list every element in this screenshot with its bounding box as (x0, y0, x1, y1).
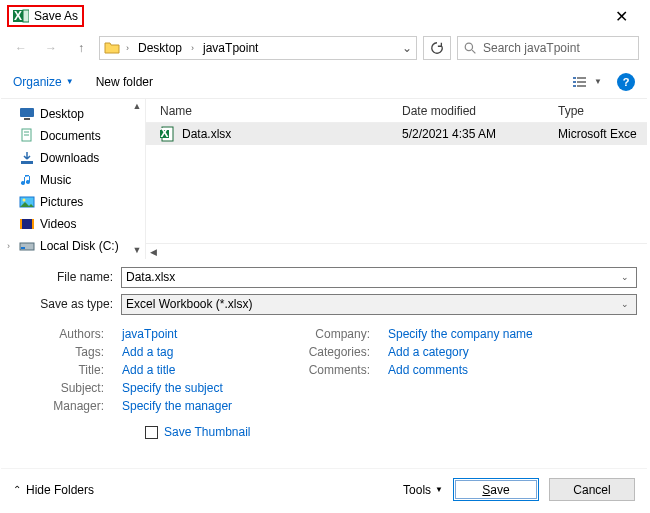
svg-rect-19 (20, 219, 34, 229)
svg-rect-12 (24, 118, 30, 120)
chevron-right-icon: › (126, 43, 129, 53)
savetype-label: Save as type: (11, 297, 121, 311)
address-dropdown-icon[interactable]: ⌄ (398, 41, 416, 55)
tags-label: Tags: (75, 345, 104, 359)
file-list-header: Name Date modified Type (146, 99, 647, 123)
tools-button[interactable]: Tools ▼ (403, 483, 443, 497)
svg-rect-11 (20, 108, 34, 117)
filename-input[interactable]: Data.xlsx ⌄ (121, 267, 637, 288)
comments-value[interactable]: Add comments (388, 363, 637, 377)
tree-item-videos[interactable]: Videos (5, 213, 145, 235)
breadcrumb-javatpoint[interactable]: javaTpoint (200, 41, 261, 55)
svg-rect-6 (577, 77, 586, 79)
svg-text:X: X (160, 126, 168, 140)
svg-rect-16 (21, 161, 33, 164)
organize-button[interactable]: Organize ▼ (13, 75, 74, 89)
expand-icon[interactable]: › (7, 241, 10, 251)
folder-tree[interactable]: ▲ Desktop Documents Downloads Music Pict… (1, 99, 146, 259)
tree-item-music[interactable]: Music (5, 169, 145, 191)
search-placeholder: Search javaTpoint (483, 41, 580, 55)
desktop-icon (19, 106, 35, 122)
save-thumbnail-label[interactable]: Save Thumbnail (164, 425, 251, 439)
save-thumbnail-checkbox[interactable] (145, 426, 158, 439)
nav-up-button[interactable]: ↑ (69, 36, 93, 60)
column-date[interactable]: Date modified (402, 104, 558, 118)
window-title: Save As (34, 9, 78, 23)
tree-item-desktop[interactable]: Desktop (5, 103, 145, 125)
file-date: 5/2/2021 4:35 AM (402, 127, 558, 141)
videos-icon (19, 216, 35, 232)
drive-icon (19, 238, 35, 254)
title-value[interactable]: Add a title (122, 363, 272, 377)
svg-point-3 (465, 43, 472, 50)
cancel-button[interactable]: Cancel (549, 478, 635, 501)
tree-item-downloads[interactable]: Downloads (5, 147, 145, 169)
svg-rect-9 (573, 85, 576, 87)
svg-line-4 (472, 50, 475, 53)
chevron-down-icon: ▼ (435, 485, 443, 494)
tags-value[interactable]: Add a tag (122, 345, 272, 359)
title-label: Title: (78, 363, 104, 377)
svg-rect-8 (577, 81, 586, 83)
tree-item-documents[interactable]: Documents (5, 125, 145, 147)
excel-icon: X (13, 8, 29, 24)
search-input[interactable]: Search javaTpoint (457, 36, 639, 60)
filename-label: File name: (11, 270, 121, 284)
svg-rect-1 (23, 10, 29, 22)
breadcrumb-desktop[interactable]: Desktop (135, 41, 185, 55)
svg-rect-23 (21, 247, 25, 249)
chevron-right-icon: › (191, 43, 194, 53)
file-row[interactable]: X Data.xlsx 5/2/2021 4:35 AM Microsoft E… (146, 123, 647, 145)
help-button[interactable]: ? (617, 73, 635, 91)
file-type: Microsoft Exce (558, 127, 647, 141)
subject-label: Subject: (61, 381, 104, 395)
svg-rect-20 (20, 219, 22, 229)
scroll-down-icon[interactable]: ▼ (131, 245, 143, 257)
authors-value[interactable]: javaTpoint (122, 327, 272, 341)
svg-rect-10 (577, 85, 586, 87)
horizontal-scrollbar[interactable]: ◀ (146, 243, 647, 259)
savetype-select[interactable]: Excel Workbook (*.xlsx) ⌄ (121, 294, 637, 315)
column-name[interactable]: Name (146, 104, 402, 118)
svg-rect-21 (32, 219, 34, 229)
manager-label: Manager: (53, 399, 104, 413)
view-options-button[interactable]: ▼ (569, 72, 605, 92)
scroll-up-icon[interactable]: ▲ (131, 101, 143, 113)
nav-back-button[interactable]: ← (9, 36, 33, 60)
save-button[interactable]: Save (453, 478, 539, 501)
filename-dropdown-icon[interactable]: ⌄ (618, 272, 632, 282)
folder-icon (104, 40, 120, 56)
hide-folders-button[interactable]: ⌃ Hide Folders (13, 483, 94, 497)
tree-item-pictures[interactable]: Pictures (5, 191, 145, 213)
svg-point-18 (23, 199, 26, 202)
tree-item-local-disk[interactable]: › Local Disk (C:) (5, 235, 145, 257)
company-value[interactable]: Specify the company name (388, 327, 637, 341)
refresh-button[interactable] (423, 36, 451, 60)
categories-label: Categories: (309, 345, 370, 359)
svg-text:X: X (14, 9, 22, 23)
documents-icon (19, 128, 35, 144)
svg-rect-7 (573, 81, 576, 83)
close-button[interactable]: ✕ (601, 7, 641, 26)
column-type[interactable]: Type (558, 104, 647, 118)
chevron-up-icon: ⌃ (13, 484, 21, 495)
subject-value[interactable]: Specify the subject (122, 381, 272, 395)
new-folder-button[interactable]: New folder (96, 75, 153, 89)
pictures-icon (19, 194, 35, 210)
music-icon (19, 172, 35, 188)
svg-rect-5 (573, 77, 576, 79)
categories-value[interactable]: Add a category (388, 345, 637, 359)
nav-forward-button[interactable]: → (39, 36, 63, 60)
comments-label: Comments: (309, 363, 370, 377)
authors-label: Authors: (59, 327, 104, 341)
search-icon (464, 42, 477, 55)
address-bar[interactable]: › Desktop › javaTpoint ⌄ (99, 36, 417, 60)
excel-file-icon: X (160, 126, 176, 142)
manager-value[interactable]: Specify the manager (122, 399, 272, 413)
downloads-icon (19, 150, 35, 166)
savetype-dropdown-icon[interactable]: ⌄ (618, 299, 632, 309)
file-name: Data.xlsx (182, 127, 231, 141)
company-label: Company: (315, 327, 370, 341)
